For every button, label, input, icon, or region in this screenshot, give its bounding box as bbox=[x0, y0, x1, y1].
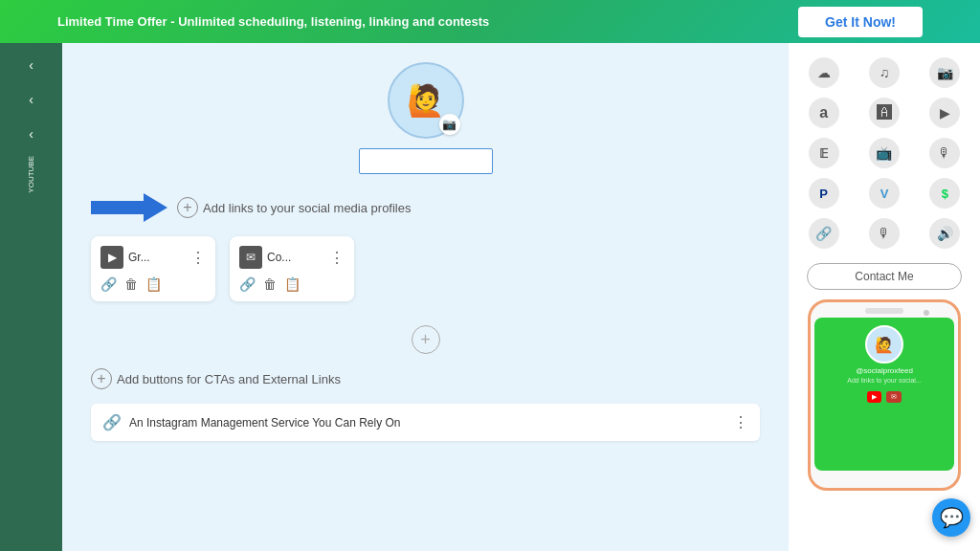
sidebar-chevron-3[interactable]: ‹ bbox=[24, 121, 38, 146]
add-social-links-row: + Add links to your social media profile… bbox=[91, 193, 760, 222]
chat-bubble-button[interactable]: 💬 bbox=[932, 498, 970, 537]
bio-menu[interactable]: ⋮ bbox=[733, 413, 748, 431]
audio-icon[interactable]: 🔊 bbox=[929, 218, 960, 249]
google-play-icon[interactable]: ▶ bbox=[929, 98, 960, 128]
bio-section: 🔗 An Instagram Management Service You Ca… bbox=[91, 404, 760, 441]
sidebar-chevron-1[interactable]: ‹ bbox=[24, 53, 38, 77]
instagram-icon[interactable]: 📷 bbox=[929, 57, 960, 88]
get-it-now-button[interactable]: Get It Now! bbox=[798, 7, 923, 37]
podcast-icon[interactable]: 🎙 bbox=[929, 138, 960, 168]
cashapp-icon[interactable]: $ bbox=[929, 178, 960, 209]
bio-text: An Instagram Management Service You Can … bbox=[129, 416, 725, 430]
contact-me-button[interactable]: Contact Me bbox=[807, 263, 962, 290]
phone-username: @socialproxfeed bbox=[856, 366, 913, 375]
link-card-1-link-icon[interactable]: 🔗 bbox=[100, 276, 117, 292]
link-card-2-copy-icon[interactable]: 📋 bbox=[284, 276, 301, 292]
link-card-2-link-icon[interactable]: 🔗 bbox=[239, 276, 256, 292]
center-content: 🙋 📷 + Add links to your social media pro… bbox=[62, 43, 789, 551]
etsy-icon[interactable]: 𝔼 bbox=[809, 138, 839, 168]
banner-offer-text: Limited Time Offer - Unlimited schedulin… bbox=[57, 14, 489, 29]
top-banner: Limited Time Offer - Unlimited schedulin… bbox=[0, 0, 980, 43]
phone-camera bbox=[924, 310, 929, 316]
phone-youtube-button: ▶ bbox=[867, 391, 881, 403]
sidebar-chevron-2[interactable]: ‹ bbox=[24, 87, 38, 112]
link-card-2-delete-icon[interactable]: 🗑 bbox=[263, 276, 277, 292]
link-card-1-header: ▶ Gr... ⋮ bbox=[100, 246, 206, 269]
bio-icon: 🔗 bbox=[102, 413, 122, 431]
profile-name-input[interactable] bbox=[359, 148, 493, 174]
add-cta-row: + Add buttons for CTAs and External Link… bbox=[91, 368, 760, 389]
link-card-2: ✉ Co... ⋮ 🔗 🗑 📋 bbox=[230, 236, 354, 301]
phone-mail-button: ✉ bbox=[886, 391, 902, 403]
link-card-2-menu[interactable]: ⋮ bbox=[329, 249, 345, 267]
social-icons-grid: ☁ ♫ 📷 a 🅰 ▶ 𝔼 📺 🎙 P V $ 🔗 🎙 🔊 bbox=[798, 57, 970, 249]
profile-section: 🙋 📷 bbox=[91, 62, 760, 174]
appstore-icon[interactable]: 🅰 bbox=[869, 98, 900, 128]
add-social-link-label: Add links to your social media profiles bbox=[203, 201, 412, 215]
add-social-link-button[interactable]: + Add links to your social media profile… bbox=[177, 197, 412, 218]
link-card-1-actions: 🔗 🗑 📋 bbox=[100, 276, 206, 292]
link-card-1-delete-icon[interactable]: 🗑 bbox=[124, 276, 138, 292]
phone-notch bbox=[865, 308, 903, 314]
add-more-button[interactable]: + bbox=[412, 325, 440, 354]
blue-arrow-icon bbox=[91, 193, 167, 222]
soundcloud-icon[interactable]: ☁ bbox=[809, 57, 839, 88]
plus-circle-icon: + bbox=[177, 197, 198, 218]
right-panel: ☁ ♫ 📷 a 🅰 ▶ 𝔼 📺 🎙 P V $ 🔗 🎙 🔊 Contact Me bbox=[789, 43, 980, 551]
link-card-2-actions: 🔗 🗑 📋 bbox=[239, 276, 345, 292]
phone-buttons: ▶ ✉ bbox=[867, 391, 902, 403]
add-cta-button[interactable]: + Add buttons for CTAs and External Link… bbox=[91, 368, 341, 389]
svg-marker-0 bbox=[91, 193, 167, 222]
paypal-icon[interactable]: P bbox=[809, 178, 839, 209]
offer-text: Limited Time Offer - Unlimited schedulin… bbox=[57, 14, 489, 29]
camera-icon[interactable]: 📷 bbox=[439, 114, 460, 135]
phone-mockup: 🙋 @socialproxfeed Add links to your soci… bbox=[808, 299, 961, 491]
phone-link-text: Add links to your social... bbox=[847, 377, 921, 384]
link-card-2-title: Co... bbox=[267, 251, 324, 264]
twitch-icon[interactable]: 📺 bbox=[869, 138, 900, 168]
link-card-2-icon: ✉ bbox=[239, 246, 262, 269]
link-card-2-header: ✉ Co... ⋮ bbox=[239, 246, 345, 269]
profile-avatar[interactable]: 🙋 📷 bbox=[388, 62, 464, 139]
anchor-icon[interactable]: 🎙 bbox=[869, 218, 900, 249]
link-icon[interactable]: 🔗 bbox=[809, 218, 839, 249]
link-card-1-title: Gr... bbox=[128, 251, 186, 264]
amazon-icon[interactable]: a bbox=[809, 98, 839, 128]
add-cta-label: Add buttons for CTAs and External Links bbox=[117, 372, 341, 386]
link-cards-container: ▶ Gr... ⋮ 🔗 🗑 📋 ✉ Co... ⋮ 🔗 bbox=[91, 236, 760, 301]
link-card-1-icon: ▶ bbox=[100, 246, 123, 269]
cta-plus-circle-icon: + bbox=[91, 368, 112, 389]
left-sidebar: ‹ ‹ ‹ YOUTUBE bbox=[0, 43, 62, 551]
spotify-icon[interactable]: ♫ bbox=[869, 57, 900, 88]
phone-avatar: 🙋 bbox=[865, 325, 903, 364]
phone-screen: 🙋 @socialproxfeed Add links to your soci… bbox=[814, 318, 954, 471]
venmo-icon[interactable]: V bbox=[869, 178, 900, 209]
link-card-1: ▶ Gr... ⋮ 🔗 🗑 📋 bbox=[91, 236, 215, 301]
link-card-1-menu[interactable]: ⋮ bbox=[190, 249, 206, 267]
main-layout: ‹ ‹ ‹ YOUTUBE 🙋 📷 + Add links to your so… bbox=[0, 43, 980, 551]
link-card-1-copy-icon[interactable]: 📋 bbox=[145, 276, 162, 292]
youtube-label: YOUTUBE bbox=[27, 156, 35, 193]
